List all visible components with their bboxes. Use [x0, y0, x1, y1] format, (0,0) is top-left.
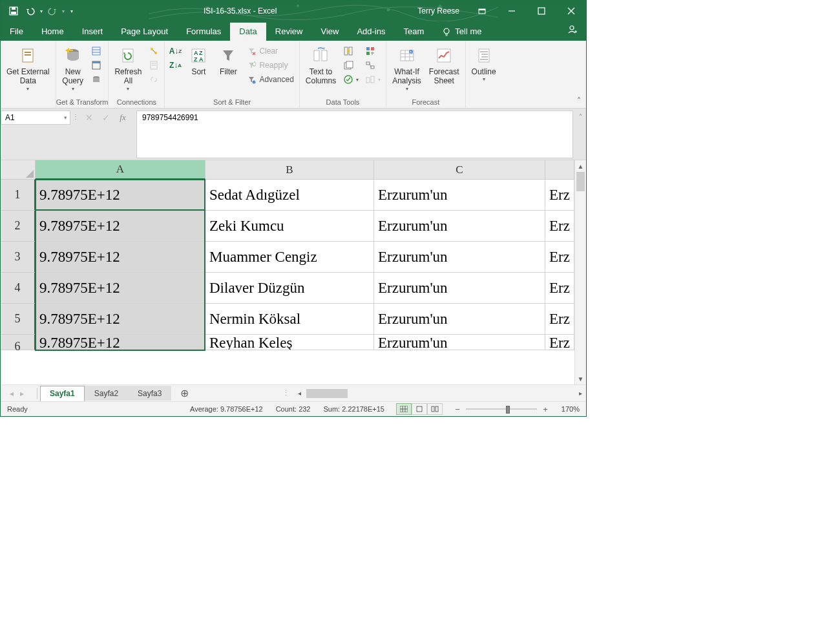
tab-view[interactable]: View [311, 23, 348, 41]
row-header[interactable]: 4 [1, 273, 36, 304]
filter-button[interactable]: Filter [214, 43, 242, 78]
vscroll-thumb[interactable] [576, 172, 585, 191]
column-header-a[interactable]: A [36, 160, 205, 180]
cell[interactable]: Erz [545, 242, 574, 273]
remove-duplicates-button[interactable] [341, 59, 361, 72]
tab-file[interactable]: File [1, 23, 32, 41]
sort-button[interactable]: AZZA Sort [184, 43, 213, 78]
scroll-down-button[interactable]: ▼ [575, 373, 586, 384]
tab-formulas[interactable]: Formulas [177, 23, 230, 41]
cell[interactable]: Erz [545, 180, 574, 211]
sheet-tab-sayfa3[interactable]: Sayfa3 [128, 386, 171, 401]
sheet-split-handle[interactable]: ⋮ [282, 389, 293, 397]
cell[interactable]: 9.78975E+12 [36, 180, 205, 211]
vscroll-track[interactable] [575, 172, 586, 373]
zoom-in-button[interactable]: + [541, 404, 550, 414]
vertical-scrollbar[interactable]: ▲ ▼ [574, 160, 586, 384]
row-header[interactable]: 6 [1, 335, 36, 350]
tab-data[interactable]: Data [230, 23, 266, 41]
cell[interactable]: Zeki Kumcu [205, 211, 374, 242]
zoom-out-button[interactable]: − [453, 404, 462, 414]
column-header-d[interactable] [545, 160, 574, 180]
name-box-dropdown[interactable]: ▾ [64, 114, 67, 121]
cell[interactable]: 9.78975E+12 [36, 273, 205, 304]
column-header-b[interactable]: B [205, 160, 374, 180]
advanced-button[interactable]: Advanced [244, 73, 296, 86]
connections-button[interactable] [146, 45, 162, 58]
tab-review[interactable]: Review [266, 23, 312, 41]
formula-input[interactable]: 9789754426991 [136, 110, 573, 158]
cell[interactable]: 9.78975E+12 [36, 211, 205, 242]
zoom-thumb[interactable] [506, 406, 510, 414]
insert-function-button[interactable]: fx [114, 110, 131, 125]
row-header[interactable]: 2 [1, 211, 36, 242]
sort-asc-button[interactable]: A↓Z [167, 45, 183, 58]
tab-home[interactable]: Home [32, 23, 73, 41]
scroll-right-button[interactable]: ▸ [574, 390, 586, 397]
tab-addins[interactable]: Add-ins [348, 23, 394, 41]
outline-button[interactable]: Outline ▾ [468, 43, 499, 85]
forecast-sheet-button[interactable]: Forecast Sheet [426, 43, 463, 88]
minimize-button[interactable] [497, 1, 527, 21]
zoom-track[interactable] [466, 408, 537, 410]
hscroll-track[interactable] [305, 389, 574, 398]
select-all-button[interactable] [1, 160, 36, 180]
refresh-all-button[interactable]: Refresh All ▾ [111, 43, 145, 94]
data-validation-button[interactable]: ▾ [341, 73, 361, 86]
cell[interactable]: 9.78975E+12 [36, 335, 205, 350]
maximize-button[interactable] [527, 1, 556, 21]
from-table-button[interactable] [89, 59, 104, 72]
row-header[interactable]: 5 [1, 304, 36, 335]
zoom-level[interactable]: 170% [555, 405, 580, 413]
horizontal-scrollbar[interactable]: ◂ ▸ [293, 388, 586, 399]
recent-sources-button[interactable] [89, 73, 104, 86]
ribbon-display-options-button[interactable] [467, 1, 497, 21]
cell[interactable]: Nermin Köksal [205, 304, 374, 335]
undo-dropdown[interactable]: ▾ [39, 8, 43, 14]
new-query-button[interactable]: New Query ▾ [59, 43, 87, 94]
share-button[interactable] [558, 20, 586, 41]
save-button[interactable] [6, 3, 21, 19]
cell[interactable]: Dilaver Düzgün [205, 273, 374, 304]
sheet-tab-sayfa2[interactable]: Sayfa2 [85, 386, 128, 401]
undo-button[interactable] [23, 3, 38, 19]
view-page-break-button[interactable] [427, 403, 443, 415]
cell[interactable]: 9.78975E+12 [36, 242, 205, 273]
cell[interactable]: Erzurum'un [374, 242, 545, 273]
consolidate-button[interactable] [362, 45, 383, 58]
close-button[interactable] [556, 1, 586, 21]
text-to-columns-button[interactable]: Text to Columns [302, 43, 339, 88]
tab-insert[interactable]: Insert [73, 23, 112, 41]
tab-team[interactable]: Team [394, 23, 433, 41]
user-name[interactable]: Terry Reese [410, 6, 467, 16]
row-header[interactable]: 3 [1, 242, 36, 273]
formula-bar-split-handle[interactable]: ⋮ [70, 110, 81, 120]
column-header-c[interactable]: C [374, 160, 545, 180]
scroll-up-button[interactable]: ▲ [575, 160, 586, 172]
formula-bar-expand-button[interactable]: ˄ [574, 110, 586, 120]
redo-button[interactable] [45, 3, 60, 19]
cell[interactable]: Erzurum'un [374, 273, 545, 304]
get-external-data-button[interactable]: Get External Data ▾ [3, 43, 53, 94]
scroll-left-button[interactable]: ◂ [293, 390, 305, 397]
view-normal-button[interactable] [396, 403, 412, 415]
cell[interactable]: Sedat Adıgüzel [205, 180, 374, 211]
cell[interactable]: Erzurum'un [374, 335, 545, 350]
cell[interactable]: Muammer Cengiz [205, 242, 374, 273]
what-if-button[interactable]: ? What-If Analysis ▾ [389, 43, 425, 94]
name-box[interactable]: A1 ▾ [1, 110, 70, 125]
new-sheet-button[interactable]: ⊕ [176, 387, 192, 399]
cell[interactable]: Erz [545, 304, 574, 335]
cell[interactable]: Erzurum'un [374, 180, 545, 211]
cell[interactable]: Erzurum'un [374, 211, 545, 242]
tell-me[interactable]: Tell me [433, 23, 490, 41]
relationships-button[interactable] [362, 59, 383, 72]
collapse-ribbon-button[interactable]: ˄ [577, 96, 581, 105]
sort-desc-button[interactable]: Z↓A [167, 59, 183, 72]
row-header[interactable]: 1 [1, 180, 36, 211]
flash-fill-button[interactable] [341, 45, 361, 58]
view-page-layout-button[interactable] [412, 403, 427, 415]
cell[interactable]: Erz [545, 335, 574, 350]
cell[interactable]: Erz [545, 211, 574, 242]
sheet-tab-sayfa1[interactable]: Sayfa1 [40, 386, 85, 402]
